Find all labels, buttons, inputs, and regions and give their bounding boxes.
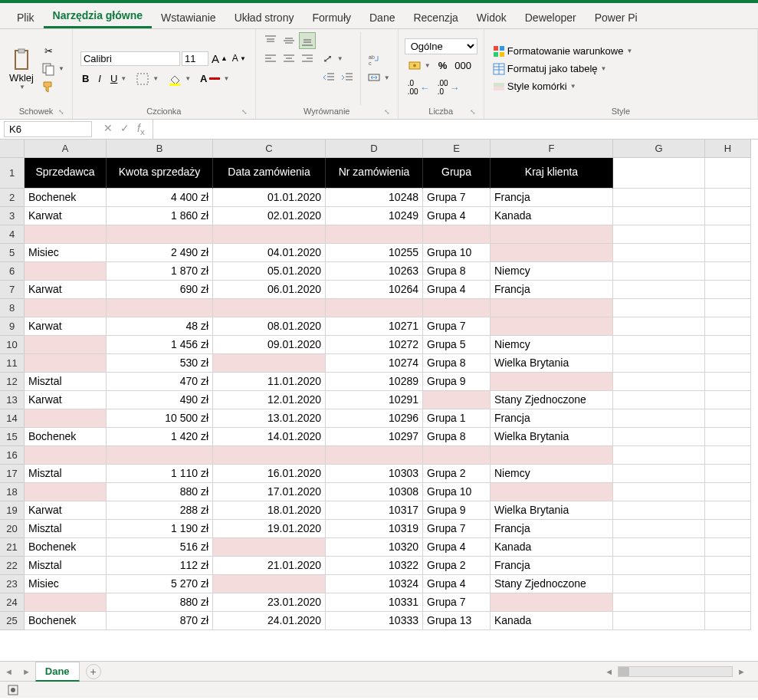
cell[interactable] [705,409,751,428]
cell[interactable]: 23.01.2020 [213,593,326,612]
cell[interactable] [613,207,705,225]
tab-recenzja[interactable]: Recenzja [404,7,467,28]
row-head-16[interactable]: 16 [0,446,25,465]
cell[interactable] [491,373,613,391]
cell[interactable]: Misztal [25,465,107,483]
cell[interactable] [613,189,705,207]
cell[interactable] [705,354,751,373]
scroll-right-button[interactable]: ► [733,667,750,676]
cell[interactable] [423,391,491,409]
cell[interactable] [491,483,613,501]
conditional-formatting-button[interactable]: Formatowanie warunkowe▼ [491,43,635,60]
cell[interactable]: 1 110 zł [107,465,213,483]
underline-button[interactable]: U▼ [109,71,128,86]
cell[interactable]: Niemcy [491,262,613,281]
col-head-A[interactable]: A [25,140,107,158]
cell[interactable]: 01.01.2020 [213,189,326,207]
cell[interactable]: Bochenek [25,612,107,630]
cell[interactable]: Wielka Brytania [491,501,613,520]
cell[interactable] [213,299,326,317]
borders-button[interactable]: ▼ [134,71,160,87]
cell[interactable] [107,299,213,317]
currency-button[interactable]: ▼ [406,57,432,74]
cell[interactable] [705,317,751,336]
add-sheet-button[interactable]: + [86,664,101,679]
row-head-23[interactable]: 23 [0,575,25,593]
fill-color-button[interactable]: ▼ [166,71,192,87]
cell[interactable]: 24.01.2020 [213,612,326,630]
cell[interactable] [613,409,705,428]
paste-button[interactable]: Wklej ▼ [6,32,37,105]
cell[interactable]: 12.01.2020 [213,391,326,409]
cell[interactable]: 10255 [326,244,423,262]
sheet-area[interactable]: ABCDEFGH1SprzedawcaKwota sprzedażyData z… [0,140,758,661]
cell[interactable]: Karwat [25,207,107,225]
cell[interactable]: 1 190 zł [107,520,213,538]
cell[interactable]: 10322 [326,557,423,575]
row-head-2[interactable]: 2 [0,189,25,207]
row-head-5[interactable]: 5 [0,244,25,262]
cell[interactable]: 10296 [326,409,423,428]
cell[interactable]: 09.01.2020 [213,336,326,354]
enter-icon[interactable]: ✓ [120,122,130,136]
cell[interactable] [613,354,705,373]
cell[interactable]: 18.01.2020 [213,501,326,520]
cell[interactable] [705,391,751,409]
cell[interactable]: Bochenek [25,538,107,557]
cell[interactable]: Francja [491,189,613,207]
italic-button[interactable]: I [97,71,103,86]
cell[interactable] [705,483,751,501]
select-all-corner[interactable] [0,140,25,158]
row-head-11[interactable]: 11 [0,354,25,373]
cell[interactable]: Misztal [25,557,107,575]
cell[interactable] [25,483,107,501]
cell[interactable] [213,354,326,373]
cell[interactable] [491,446,613,465]
tab-widok[interactable]: Widok [468,7,516,28]
font-size-input[interactable] [182,51,208,66]
row-head-15[interactable]: 15 [0,428,25,446]
cell[interactable] [213,446,326,465]
cell[interactable] [705,538,751,557]
cell[interactable] [613,158,705,189]
row-head-18[interactable]: 18 [0,483,25,501]
cell[interactable] [613,557,705,575]
cell[interactable]: 690 zł [107,281,213,299]
cell[interactable]: 14.01.2020 [213,428,326,446]
tab-narzędzia-główne[interactable]: Narzędzia główne [44,5,152,28]
cell[interactable]: Misiec [25,575,107,593]
cell[interactable] [107,225,213,244]
cell[interactable]: Francja [491,520,613,538]
cell[interactable]: Kanada [491,538,613,557]
row-head-8[interactable]: 8 [0,299,25,317]
cell[interactable] [705,593,751,612]
cell[interactable]: Grupa 9 [423,501,491,520]
cell[interactable]: Grupa 13 [423,612,491,630]
cell[interactable]: Bochenek [25,189,107,207]
scroll-left-button[interactable]: ◄ [600,667,618,676]
cell[interactable] [613,520,705,538]
row-head-14[interactable]: 14 [0,409,25,428]
dialog-launcher-icon[interactable]: ⤡ [470,108,476,116]
cell[interactable] [25,409,107,428]
cell[interactable]: 11.01.2020 [213,373,326,391]
cell[interactable] [705,189,751,207]
cell[interactable] [613,538,705,557]
cell[interactable]: 10271 [326,317,423,336]
align-left-button[interactable] [262,51,279,67]
cell[interactable]: Francja [491,557,613,575]
cell[interactable]: Grupa 4 [423,281,491,299]
cell[interactable] [705,575,751,593]
row-head-9[interactable]: 9 [0,317,25,336]
tab-plik[interactable]: Plik [8,7,44,28]
cell[interactable] [613,336,705,354]
cell[interactable] [705,465,751,483]
cell[interactable] [491,299,613,317]
row-head-13[interactable]: 13 [0,391,25,409]
cell[interactable]: Niemcy [491,465,613,483]
row-head-20[interactable]: 20 [0,520,25,538]
tab-formuły[interactable]: Formuły [303,7,360,28]
cell[interactable]: 2 490 zł [107,244,213,262]
cell[interactable]: 10297 [326,428,423,446]
cell[interactable]: Kanada [491,612,613,630]
